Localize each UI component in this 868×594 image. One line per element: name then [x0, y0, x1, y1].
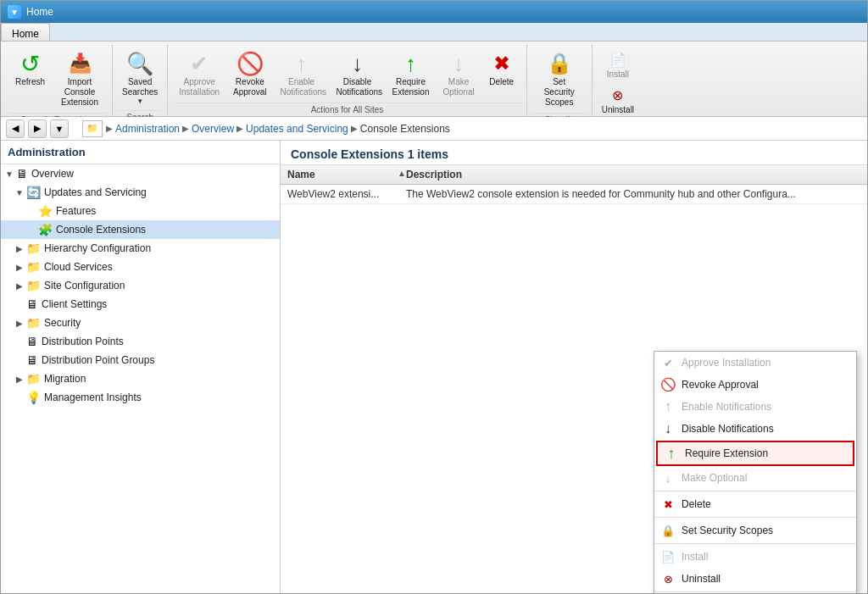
collapse-overview[interactable]: ▼ — [4, 169, 14, 179]
dist-groups-label: Distribution Point Groups — [42, 354, 154, 366]
saved-searches-icon: 🔍 — [126, 50, 153, 77]
ctx-delete-icon: ✖ — [661, 497, 675, 511]
enable-notif-icon: ↑ — [288, 50, 315, 77]
ctx-enable-notif-icon: ↑ — [661, 400, 675, 414]
collapse-migration[interactable]: ▶ — [14, 375, 25, 384]
breadcrumb-bar: ◀ ▶ ▼ 📁 ▶ Administration ▶ Overview ▶ Up… — [1, 117, 867, 141]
refresh-button[interactable]: ↺ Refresh — [9, 47, 51, 91]
sidebar-resize-handle[interactable] — [276, 141, 280, 593]
security-icon: 📁 — [26, 316, 41, 330]
sidebar-item-cloud[interactable]: ▶ 📁 Cloud Services — [1, 258, 280, 276]
sidebar-item-console-ext[interactable]: ▶ 🧩 Console Extensions — [1, 220, 280, 239]
ctx-install[interactable]: 📄 Install — [654, 546, 856, 568]
title-bar: ▼ Home — [1, 1, 867, 23]
forward-button[interactable]: ▶ — [28, 119, 47, 138]
sidebar-item-updates[interactable]: ▼ 🔄 Updates and Servicing — [1, 183, 280, 202]
ctx-approve-icon: ✔ — [661, 356, 675, 369]
sidebar-item-site-config[interactable]: ▶ 📁 Site Configuration — [1, 276, 280, 295]
ctx-sep-2 — [654, 517, 856, 518]
cell-desc: The WebView2 console extension is needed… — [406, 188, 860, 200]
collapse-security[interactable]: ▶ — [14, 319, 25, 328]
approve-icon: ✔ — [186, 50, 213, 77]
import-console-button[interactable]: 📥 Import ConsoleExtension — [53, 47, 107, 111]
sidebar-title: Administration — [1, 141, 280, 164]
back-button[interactable]: ◀ — [6, 119, 25, 138]
enable-notifications-button[interactable]: ↑ EnableNotifications — [275, 47, 329, 101]
set-security-button[interactable]: 🔒 Set SecurityScopes — [532, 47, 587, 111]
sidebar-item-dist-groups[interactable]: ▶ 🖥 Distribution Point Groups — [1, 351, 280, 369]
security-scopes-label: Set SecurityScopes — [538, 77, 581, 108]
table-row[interactable]: WebView2 extensi... The WebView2 console… — [281, 185, 867, 204]
ribbon-group-buttons-local: 📄 Install ⊗ Uninstall — [598, 45, 658, 119]
collapse-cloud[interactable]: ▶ — [14, 263, 25, 272]
ribbon-group-local-ext: 📄 Install ⊗ Uninstall Local Extension — [593, 45, 663, 116]
sidebar-item-overview[interactable]: ▼ 🖥 Overview — [1, 164, 280, 183]
sidebar-item-hierarchy[interactable]: ▶ 📁 Hierarchy Configuration — [1, 239, 280, 258]
ctx-uninstall[interactable]: ⊗ Uninstall — [654, 568, 856, 590]
delete-button[interactable]: ✖ Delete — [482, 47, 521, 91]
content-area: Console Extensions 1 items Name ▲ Descri… — [281, 141, 867, 593]
ctx-require-label: Require Extension — [685, 447, 768, 459]
overview-label: Overview — [31, 168, 74, 180]
ribbon-group-buttons-actions: ✔ ApproveInstallation 🚫 RevokeApproval ↑… — [173, 45, 520, 103]
approve-installation-button[interactable]: ✔ ApproveInstallation — [173, 47, 225, 101]
sidebar-item-dist-points[interactable]: ▶ 🖥 Distribution Points — [1, 332, 280, 351]
hierarchy-label: Hierarchy Configuration — [44, 242, 151, 254]
breadcrumb: ▶ Administration ▶ Overview ▶ Updates an… — [106, 123, 450, 135]
ctx-require-extension[interactable]: ↑ Require Extension — [656, 441, 854, 466]
collapse-hierarchy[interactable]: ▶ — [14, 244, 25, 253]
ribbon-group-buttons: ↺ Refresh 📥 Import ConsoleExtension — [9, 45, 107, 113]
tab-home[interactable]: Home — [1, 23, 50, 41]
collapse-site-config[interactable]: ▶ — [14, 281, 25, 291]
ctx-delete[interactable]: ✖ Delete — [654, 493, 856, 515]
ribbon-group-buttons-search: 🔍 SavedSearches ▼ — [118, 45, 162, 110]
ctx-disable-notif[interactable]: ↓ Disable Notifications — [654, 418, 856, 440]
collapse-updates[interactable]: ▼ — [14, 188, 25, 197]
uninstall-button[interactable]: ⊗ Uninstall — [598, 82, 638, 117]
site-config-label: Site Configuration — [44, 280, 125, 291]
ctx-uninstall-icon: ⊗ — [661, 572, 675, 586]
ctx-approve-label: Approve Installation — [682, 357, 771, 369]
ctx-make-optional[interactable]: ↓ Make Optional — [654, 467, 856, 489]
col-header-name[interactable]: Name ▲ — [287, 169, 406, 180]
ctx-sep-1 — [654, 491, 856, 491]
overview-icon: 🖥 — [16, 167, 28, 180]
ctx-delete-label: Delete — [682, 498, 711, 510]
ctx-revoke-approval[interactable]: 🚫 Revoke Approval — [654, 374, 856, 396]
ctx-revoke-label: Revoke Approval — [682, 379, 759, 391]
refresh-icon: ↺ — [17, 50, 44, 77]
down-button[interactable]: ▼ — [50, 119, 69, 138]
col-header-desc[interactable]: Description — [406, 169, 860, 180]
revoke-approval-button[interactable]: 🚫 RevokeApproval — [227, 47, 272, 101]
uninstall-icon: ⊗ — [608, 85, 628, 105]
install-button[interactable]: 📄 Install — [598, 47, 638, 81]
ctx-approve-installation[interactable]: ✔ Approve Installation — [654, 352, 856, 374]
sidebar-item-security[interactable]: ▶ 📁 Security — [1, 314, 280, 332]
import-icon: 📥 — [66, 50, 93, 77]
dist-points-icon: 🖥 — [26, 335, 38, 348]
revoke-label: RevokeApproval — [233, 77, 266, 97]
enable-notif-label: EnableNotifications — [281, 77, 323, 97]
ctx-sep-3 — [654, 543, 856, 544]
features-icon: ⭐ — [38, 204, 53, 218]
sidebar-item-migration[interactable]: ▶ 📁 Migration — [1, 369, 280, 388]
ctx-security-scopes[interactable]: 🔒 Set Security Scopes — [654, 519, 856, 541]
uninstall-label: Uninstall — [602, 105, 634, 114]
disable-notifications-button[interactable]: ↓ DisableNotifications — [331, 47, 385, 101]
sidebar-item-features[interactable]: ▶ ⭐ Features — [1, 202, 280, 220]
make-optional-button[interactable]: ↓ MakeOptional — [437, 47, 480, 101]
cloud-label: Cloud Services — [44, 261, 113, 273]
breadcrumb-admin[interactable]: Administration — [115, 123, 180, 135]
ribbon-group-console-extensions: ↺ Refresh 📥 Import ConsoleExtension Cons… — [4, 45, 113, 116]
breadcrumb-updates[interactable]: Updates and Servicing — [246, 123, 348, 135]
breadcrumb-overview[interactable]: Overview — [192, 123, 234, 135]
require-extension-button[interactable]: ↑ RequireExtension — [387, 47, 436, 101]
sidebar-item-client-settings[interactable]: ▶ 🖥 Client Settings — [1, 295, 280, 314]
ribbon-content: ↺ Refresh 📥 Import ConsoleExtension Cons… — [1, 42, 867, 116]
ctx-enable-notif[interactable]: ↑ Enable Notifications — [654, 396, 856, 418]
ribbon-group-buttons-classify: 🔒 Set SecurityScopes — [532, 45, 587, 113]
sidebar: Administration ▼ 🖥 Overview ▼ 🔄 Updates … — [1, 141, 281, 593]
saved-searches-button[interactable]: 🔍 SavedSearches ▼ — [118, 47, 162, 108]
app-icon: ▼ — [8, 5, 21, 19]
sidebar-item-mgmt-insights[interactable]: ▶ 💡 Management Insights — [1, 388, 280, 407]
